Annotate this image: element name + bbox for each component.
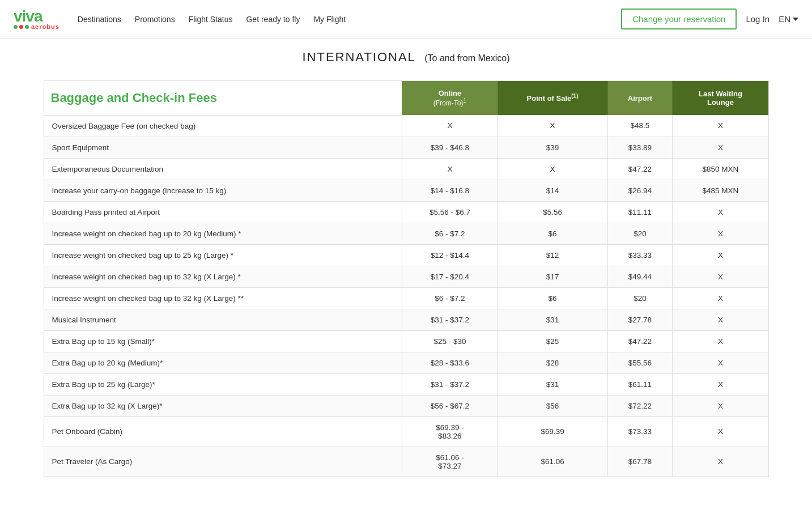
fee-item-label: Oversized Baggage Fee (on checked bag): [44, 115, 402, 137]
fee-item-label: Musical Instrument: [44, 309, 402, 330]
fees-table-body: Oversized Baggage Fee (on checked bag)XX…: [44, 115, 768, 477]
fee-airport-cell: $67.78: [607, 447, 673, 477]
table-row: Sport Equipment$39 - $46.8$39$33.89X: [44, 137, 768, 158]
fee-pos-cell: $69.39: [498, 416, 607, 447]
nav-right: Change your reservation Log In EN: [621, 8, 798, 29]
main-content: INTERNATIONAL (To and from Mexico) Bagga…: [21, 39, 792, 500]
fee-lounge-cell: X: [673, 223, 768, 244]
fee-airport-cell: $33.89: [607, 137, 673, 158]
fee-pos-cell: $61.06: [498, 447, 607, 477]
fee-pos-cell: X: [498, 158, 607, 180]
section-subtitle: (To and from Mexico): [424, 53, 509, 63]
change-reservation-button[interactable]: Change your reservation: [621, 8, 737, 29]
nav-get-ready[interactable]: Get ready to fly: [246, 15, 300, 24]
fee-pos-cell: $31: [498, 309, 607, 330]
login-button[interactable]: Log In: [746, 14, 770, 24]
fee-item-label: Extra Bag up to 25 kg (Large)*: [44, 373, 402, 395]
fee-item-label: Sport Equipment: [44, 137, 402, 158]
fee-airport-cell: $47.22: [607, 330, 673, 352]
fee-airport-cell: $20: [607, 223, 673, 244]
fee-pos-cell: $39: [498, 137, 607, 158]
fee-pos-cell: $56: [498, 395, 607, 416]
fee-lounge-cell: X: [673, 115, 768, 137]
fee-pos-cell: $28: [498, 352, 607, 373]
logo-viva-text: viva: [14, 8, 59, 24]
fee-item-label: Extra Bag up to 32 kg (X Large)*: [44, 395, 402, 416]
fee-pos-cell: X: [498, 115, 607, 137]
fee-online-cell: $56 - $67.2: [402, 395, 498, 416]
fee-lounge-cell: X: [673, 266, 768, 287]
nav-links: Destinations Promotions Flight Status Ge…: [78, 15, 621, 24]
table-row: Extra Bag up to 25 kg (Large)*$31 - $37.…: [44, 373, 768, 395]
fee-lounge-cell: X: [673, 352, 768, 373]
navbar: viva aerobus Destinations Promotions Fli…: [0, 0, 812, 39]
dot-green: [14, 25, 18, 29]
fee-lounge-cell: X: [673, 395, 768, 416]
section-title-text: INTERNATIONAL: [302, 50, 415, 64]
fee-item-label: Increase weight on checked bag up to 32 …: [44, 266, 402, 287]
language-selector[interactable]: EN: [779, 14, 798, 24]
fee-lounge-cell: X: [673, 244, 768, 266]
fee-pos-cell: $25: [498, 330, 607, 352]
fee-airport-cell: $72.22: [607, 395, 673, 416]
fee-item-label: Increase weight on checked bag up to 20 …: [44, 223, 402, 244]
table-row: Musical Instrument$31 - $37.2$31$27.78X: [44, 309, 768, 330]
table-row: Extra Bag up to 15 kg (Small)*$25 - $30$…: [44, 330, 768, 352]
fee-pos-cell: $12: [498, 244, 607, 266]
logo-aerobus-text: aerobus: [31, 23, 59, 30]
fee-online-cell: $14 - $16.8: [402, 180, 498, 201]
fee-pos-cell: $14: [498, 180, 607, 201]
dot-red: [19, 25, 23, 29]
fee-online-cell: $17 - $20.4: [402, 266, 498, 287]
fee-online-cell: $31 - $37.2: [402, 309, 498, 330]
dot-green2: [25, 25, 29, 29]
fee-airport-cell: $26.94: [607, 180, 673, 201]
fee-item-label: Increase weight on checked bag up to 32 …: [44, 287, 402, 309]
fee-lounge-cell: X: [673, 416, 768, 447]
fee-online-cell: $5.56 - $6.7: [402, 201, 498, 223]
fees-table: Baggage and Check-in Fees Online(From-To…: [44, 81, 768, 477]
fee-item-label: Boarding Pass printed at Airport: [44, 201, 402, 223]
fee-airport-cell: $48.5: [607, 115, 673, 137]
fee-airport-cell: $20: [607, 287, 673, 309]
fee-lounge-cell: X: [673, 373, 768, 395]
table-row: Pet Onboard (Cabin)$69.39 - $83.26$69.39…: [44, 416, 768, 447]
fee-airport-cell: $61.11: [607, 373, 673, 395]
fee-pos-cell: $5.56: [498, 201, 607, 223]
logo-dots: [14, 25, 29, 29]
fee-item-label: Pet Onboard (Cabin): [44, 416, 402, 447]
nav-my-flight[interactable]: My Flight: [313, 15, 346, 24]
table-row: Boarding Pass printed at Airport$5.56 - …: [44, 201, 768, 223]
table-row: Increase weight on checked bag up to 32 …: [44, 287, 768, 309]
fee-item-label: Extemporaneous Documentation: [44, 158, 402, 180]
fee-table-wrapper: Baggage and Check-in Fees Online(From-To…: [44, 80, 769, 477]
nav-flight-status[interactable]: Flight Status: [189, 15, 233, 24]
fee-pos-cell: $17: [498, 266, 607, 287]
table-row: Increase weight on checked bag up to 20 …: [44, 223, 768, 244]
table-row: Increase weight on checked bag up to 25 …: [44, 244, 768, 266]
nav-promotions[interactable]: Promotions: [135, 15, 175, 24]
nav-destinations[interactable]: Destinations: [78, 15, 121, 24]
fee-lounge-cell: X: [673, 309, 768, 330]
table-header-row: Baggage and Check-in Fees Online(From-To…: [44, 81, 768, 115]
fee-online-cell: $25 - $30: [402, 330, 498, 352]
fee-airport-cell: $33.33: [607, 244, 673, 266]
fee-pos-cell: $31: [498, 373, 607, 395]
fee-online-cell: $12 - $14.4: [402, 244, 498, 266]
fee-item-label: Extra Bag up to 20 kg (Medium)*: [44, 352, 402, 373]
section-title: INTERNATIONAL (To and from Mexico): [44, 50, 769, 65]
logo[interactable]: viva aerobus: [14, 8, 59, 30]
lounge-col-header: Last WaitingLounge: [673, 81, 768, 115]
table-row: Pet Traveler (As Cargo)$61.06 - $73.27$6…: [44, 447, 768, 477]
table-row: Increase your carry-on baggage (Increase…: [44, 180, 768, 201]
fee-online-cell: $69.39 - $83.26: [402, 416, 498, 447]
fee-pos-cell: $6: [498, 223, 607, 244]
fee-lounge-cell: $850 MXN: [673, 158, 768, 180]
fee-lounge-cell: X: [673, 137, 768, 158]
fee-online-cell: $6 - $7.2: [402, 287, 498, 309]
table-row: Increase weight on checked bag up to 32 …: [44, 266, 768, 287]
fee-lounge-cell: X: [673, 447, 768, 477]
fee-airport-cell: $49.44: [607, 266, 673, 287]
fee-online-cell: $39 - $46.8: [402, 137, 498, 158]
fee-airport-cell: $55.56: [607, 352, 673, 373]
